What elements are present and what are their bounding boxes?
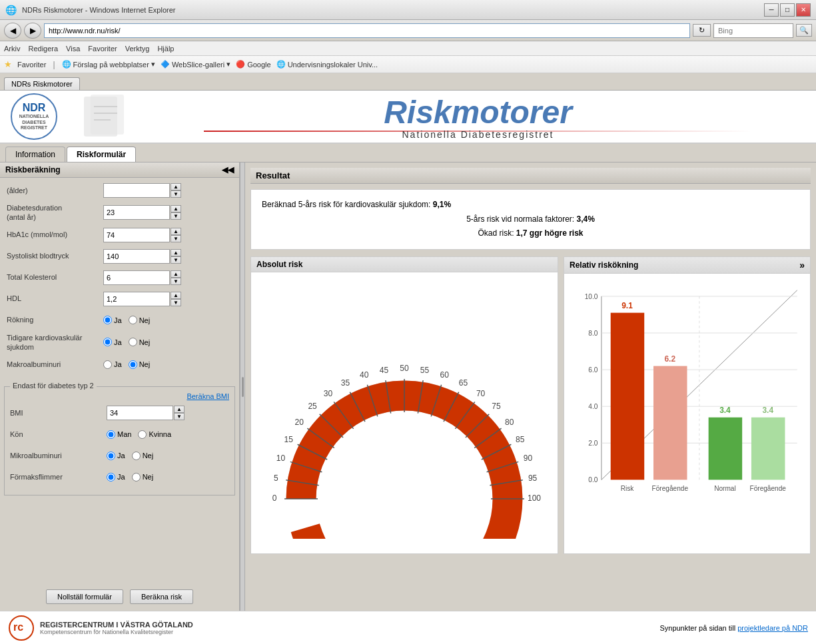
- back-button[interactable]: ◀: [4, 23, 21, 39]
- mikroalb-ja-label[interactable]: Ja: [107, 452, 125, 460]
- makro-label: Makroalbuminuri: [7, 360, 103, 369]
- age-down-button[interactable]: ▼: [171, 190, 181, 198]
- calculate-button[interactable]: Beräkna risk: [130, 589, 193, 604]
- makro-ja-text: Ja: [114, 360, 122, 368]
- bmi-spinner: ▲ ▼: [174, 406, 185, 420]
- search-button[interactable]: 🔍: [796, 24, 812, 37]
- form-row-bmi: BMI ▲ ▼: [10, 404, 229, 422]
- bar-chart-title: Relativ riskökning: [570, 260, 638, 270]
- search-box[interactable]: [713, 23, 793, 38]
- kon-kvinna-radio[interactable]: [138, 430, 147, 439]
- duration-down-button[interactable]: ▼: [171, 212, 181, 220]
- blodtryck-label: Systoliskt blodtryck: [7, 251, 103, 260]
- tidigare-ja-label[interactable]: Ja: [103, 338, 122, 346]
- footer-feedback-link[interactable]: projektledare på NDR: [737, 624, 808, 632]
- hba1c-down-button[interactable]: ▼: [171, 235, 181, 242]
- bar-foregaende-1: [653, 366, 687, 480]
- footer-org-info: REGISTERCENTRUM I VÄSTRA GÖTALAND Kompet…: [40, 621, 193, 635]
- menu-hjalp[interactable]: Hjälp: [157, 45, 174, 53]
- hdl-input-wrap: ▲ ▼: [103, 292, 181, 306]
- blodtryck-input[interactable]: [103, 249, 170, 264]
- kon-man-radio[interactable]: [107, 430, 115, 439]
- forward-button[interactable]: ▶: [24, 23, 41, 39]
- fav-item-2[interactable]: 🔷 WebSlice-galleri ▾: [161, 60, 230, 69]
- tab-information[interactable]: Information: [5, 147, 65, 162]
- result-line-1: Beräknad 5-års risk för kardiovaskulär s…: [262, 198, 799, 212]
- form-row-hba1c: HbA1c (mmol/mol) ▲ ▼: [7, 226, 232, 244]
- rokning-ja-label[interactable]: Ja: [103, 316, 122, 324]
- footer-logo: rc REGISTERCENTRUM I VÄSTRA GÖTALAND Kom…: [8, 615, 193, 641]
- rokning-nej-radio[interactable]: [129, 316, 137, 324]
- menu-visa[interactable]: Visa: [66, 45, 80, 53]
- hdl-input[interactable]: [103, 292, 170, 306]
- duration-up-button[interactable]: ▲: [171, 205, 181, 212]
- menu-redigera[interactable]: Redigera: [28, 45, 58, 53]
- kolesterol-up-button[interactable]: ▲: [171, 270, 181, 278]
- close-button[interactable]: ✕: [796, 3, 811, 17]
- bmi-up-button[interactable]: ▲: [174, 406, 185, 413]
- hba1c-input[interactable]: [103, 228, 170, 242]
- formaks-nej-radio[interactable]: [132, 473, 141, 482]
- svg-text:8.0: 8.0: [588, 329, 598, 336]
- kolesterol-down-button[interactable]: ▼: [171, 278, 181, 285]
- age-input[interactable]: [103, 183, 170, 198]
- app-subtitle: Nationella Diabetesregistret: [151, 129, 805, 140]
- app-title-area: Riskmotorer Nationella Diabetesregistret: [151, 94, 805, 140]
- svg-rect-1: [91, 95, 124, 135]
- minimize-button[interactable]: ─: [764, 3, 779, 17]
- mikroalb-ja-radio[interactable]: [107, 452, 115, 460]
- tidigare-ja-radio[interactable]: [103, 338, 112, 346]
- fav-item-1[interactable]: 🌐 Förslag på webbplatser ▾: [62, 60, 155, 69]
- blodtryck-down-button[interactable]: ▼: [171, 256, 181, 264]
- bar-chart-expand-icon[interactable]: »: [799, 260, 805, 270]
- formaks-ja-label[interactable]: Ja: [107, 473, 125, 482]
- kon-man-label[interactable]: Man: [107, 430, 131, 439]
- footer-org-sub: Kompetenscentrum för Nationella Kvalitet…: [40, 629, 193, 635]
- fav-item-4[interactable]: 🌐 Undervisningslokaler Univ...: [276, 60, 378, 69]
- refresh-button[interactable]: ↻: [693, 24, 711, 37]
- duration-input[interactable]: [103, 205, 170, 220]
- collapse-button[interactable]: ◀◀: [222, 165, 234, 174]
- favorites-label[interactable]: Favoriter: [17, 61, 46, 69]
- age-up-button[interactable]: ▲: [171, 183, 181, 190]
- kolesterol-spinner: ▲ ▼: [171, 270, 181, 285]
- makro-ja-label[interactable]: Ja: [103, 360, 122, 369]
- svg-text:6.2: 6.2: [664, 354, 675, 364]
- formaks-ja-radio[interactable]: [107, 473, 115, 482]
- hdl-down-button[interactable]: ▼: [171, 299, 181, 306]
- menu-favoriter[interactable]: Favoriter: [88, 45, 117, 53]
- fav-item-3[interactable]: 🔴 Google: [236, 60, 270, 69]
- mikroalb-label: Mikroalbuminuri: [10, 451, 107, 460]
- bmi-link[interactable]: Beräkna BMI: [187, 392, 229, 400]
- bmi-down-button[interactable]: ▼: [174, 413, 185, 420]
- mikroalb-nej-label[interactable]: Nej: [132, 452, 154, 460]
- form-scroll-container[interactable]: (ålder) ▲ ▼ Diabetesduration(antal år): [0, 178, 239, 583]
- makro-nej-label[interactable]: Nej: [129, 360, 151, 369]
- makro-ja-radio[interactable]: [103, 360, 112, 369]
- kon-kvinna-label[interactable]: Kvinna: [138, 430, 171, 439]
- rokning-nej-label[interactable]: Nej: [129, 316, 151, 324]
- blodtryck-up-button[interactable]: ▲: [171, 249, 181, 256]
- hba1c-up-button[interactable]: ▲: [171, 228, 181, 235]
- maximize-button[interactable]: □: [780, 3, 795, 17]
- makro-radio-group: Ja Nej: [103, 360, 150, 369]
- charts-row: Absolut risk Relativ riskökning »: [250, 256, 811, 554]
- svg-text:Risk: Risk: [621, 485, 635, 492]
- reset-button[interactable]: Nollställ formulär: [46, 589, 123, 604]
- tidigare-nej-radio[interactable]: [129, 338, 137, 346]
- formaks-nej-label[interactable]: Nej: [132, 473, 154, 482]
- address-bar[interactable]: [44, 23, 690, 38]
- tidigare-nej-label[interactable]: Nej: [129, 338, 151, 346]
- mikroalb-nej-radio[interactable]: [132, 452, 141, 460]
- kolesterol-input[interactable]: [103, 270, 170, 285]
- menu-verktyg[interactable]: Verktyg: [125, 45, 150, 53]
- rokning-ja-radio[interactable]: [103, 316, 112, 324]
- menu-arkiv[interactable]: Arkiv: [4, 45, 20, 53]
- age-input-wrap: ▲ ▼: [103, 183, 181, 198]
- hdl-up-button[interactable]: ▲: [171, 292, 181, 299]
- bmi-input[interactable]: [107, 406, 173, 420]
- makro-nej-radio[interactable]: [129, 360, 137, 369]
- browser-tab[interactable]: NDRs Riskmotorer: [4, 77, 80, 90]
- resize-handle[interactable]: [240, 162, 245, 611]
- tab-riskformular[interactable]: Riskformulär: [67, 147, 136, 162]
